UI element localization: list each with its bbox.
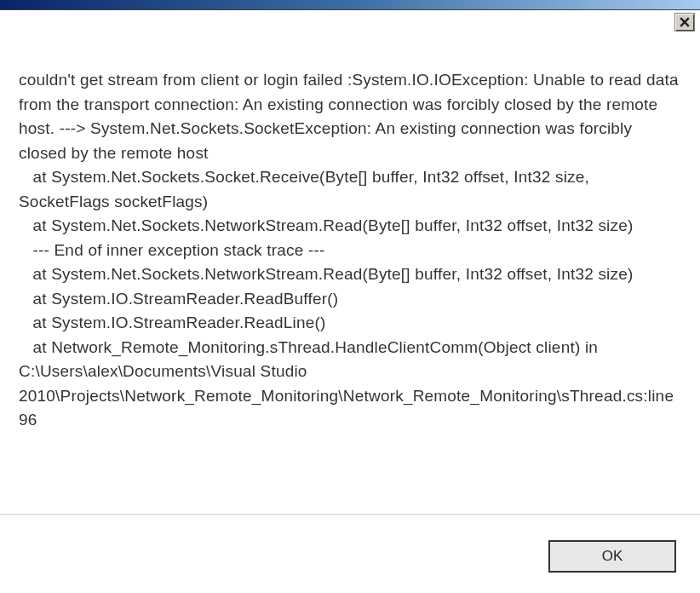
ok-button[interactable]: OK [548,540,676,573]
close-icon [680,17,690,27]
titlebar-controls [674,10,698,34]
error-message-text: couldn't get stream from client or login… [19,68,681,433]
separator [0,514,700,515]
titlebar [0,0,700,10]
close-button[interactable] [674,13,695,32]
button-area: OK [548,540,676,573]
